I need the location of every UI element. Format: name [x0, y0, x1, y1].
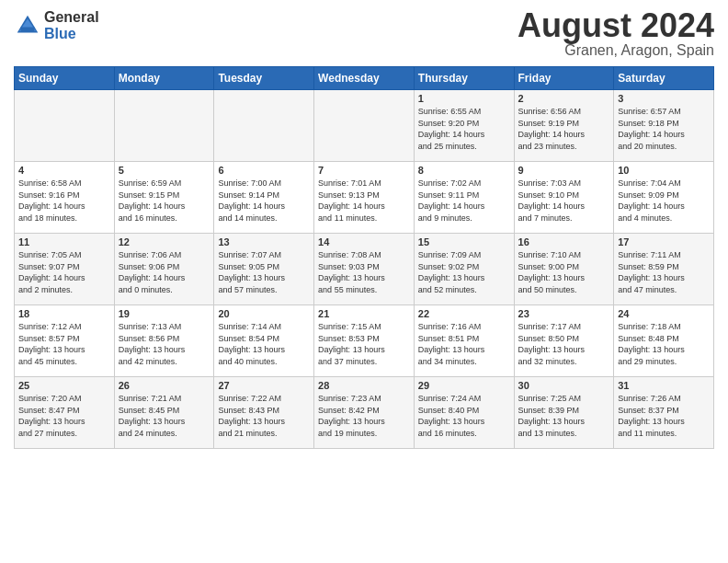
- day-info: Sunrise: 7:21 AM Sunset: 8:45 PM Dayligh…: [119, 393, 210, 439]
- week-row-1: 1Sunrise: 6:55 AM Sunset: 9:20 PM Daylig…: [15, 90, 714, 162]
- col-thursday: Thursday: [414, 67, 514, 90]
- cell-3-5: 23Sunrise: 7:17 AM Sunset: 8:50 PM Dayli…: [514, 305, 614, 377]
- logo-general: General: [44, 9, 99, 26]
- day-info: Sunrise: 7:11 AM Sunset: 8:59 PM Dayligh…: [618, 249, 710, 295]
- col-friday: Friday: [514, 67, 614, 90]
- day-info: Sunrise: 7:04 AM Sunset: 9:09 PM Dayligh…: [618, 178, 710, 224]
- week-row-2: 4Sunrise: 6:58 AM Sunset: 9:16 PM Daylig…: [15, 162, 714, 234]
- cell-2-4: 15Sunrise: 7:09 AM Sunset: 9:02 PM Dayli…: [414, 234, 514, 305]
- day-number: 4: [18, 165, 110, 176]
- day-info: Sunrise: 7:07 AM Sunset: 9:05 PM Dayligh…: [218, 249, 310, 295]
- day-number: 8: [418, 165, 510, 176]
- day-number: 12: [119, 236, 210, 247]
- day-number: 1: [418, 93, 510, 104]
- day-number: 17: [618, 236, 710, 247]
- header: General Blue August 2024 Granen, Aragon,…: [14, 9, 714, 59]
- cell-0-4: 1Sunrise: 6:55 AM Sunset: 9:20 PM Daylig…: [414, 90, 514, 162]
- day-number: 3: [618, 93, 710, 104]
- day-info: Sunrise: 7:03 AM Sunset: 9:10 PM Dayligh…: [518, 178, 610, 224]
- cell-1-4: 8Sunrise: 7:02 AM Sunset: 9:11 PM Daylig…: [414, 162, 514, 234]
- month-title: August 2024: [518, 9, 714, 42]
- col-monday: Monday: [114, 67, 214, 90]
- day-number: 10: [618, 165, 710, 176]
- cell-1-6: 10Sunrise: 7:04 AM Sunset: 9:09 PM Dayli…: [614, 162, 714, 234]
- cell-1-0: 4Sunrise: 6:58 AM Sunset: 9:16 PM Daylig…: [15, 162, 115, 234]
- day-number: 24: [618, 308, 710, 319]
- day-info: Sunrise: 6:58 AM Sunset: 9:16 PM Dayligh…: [18, 178, 110, 224]
- day-info: Sunrise: 7:13 AM Sunset: 8:56 PM Dayligh…: [119, 321, 210, 367]
- cell-1-5: 9Sunrise: 7:03 AM Sunset: 9:10 PM Daylig…: [514, 162, 614, 234]
- day-number: 27: [218, 380, 310, 391]
- cell-0-5: 2Sunrise: 6:56 AM Sunset: 9:19 PM Daylig…: [514, 90, 614, 162]
- day-info: Sunrise: 7:15 AM Sunset: 8:53 PM Dayligh…: [318, 321, 410, 367]
- cell-3-3: 21Sunrise: 7:15 AM Sunset: 8:53 PM Dayli…: [314, 305, 415, 377]
- cell-0-0: [15, 90, 115, 162]
- cell-2-3: 14Sunrise: 7:08 AM Sunset: 9:03 PM Dayli…: [314, 234, 415, 305]
- day-info: Sunrise: 7:23 AM Sunset: 8:42 PM Dayligh…: [318, 393, 410, 439]
- day-number: 28: [318, 380, 410, 391]
- week-row-3: 11Sunrise: 7:05 AM Sunset: 9:07 PM Dayli…: [15, 234, 714, 305]
- day-info: Sunrise: 7:16 AM Sunset: 8:51 PM Dayligh…: [418, 321, 510, 367]
- day-number: 5: [119, 165, 210, 176]
- location: Granen, Aragon, Spain: [518, 42, 714, 59]
- cell-2-1: 12Sunrise: 7:06 AM Sunset: 9:06 PM Dayli…: [114, 234, 214, 305]
- day-number: 9: [518, 165, 610, 176]
- cell-4-0: 25Sunrise: 7:20 AM Sunset: 8:47 PM Dayli…: [15, 377, 115, 449]
- day-info: Sunrise: 7:14 AM Sunset: 8:54 PM Dayligh…: [218, 321, 310, 367]
- day-info: Sunrise: 7:18 AM Sunset: 8:48 PM Dayligh…: [618, 321, 710, 367]
- cell-1-1: 5Sunrise: 6:59 AM Sunset: 9:15 PM Daylig…: [114, 162, 214, 234]
- cell-3-6: 24Sunrise: 7:18 AM Sunset: 8:48 PM Dayli…: [614, 305, 714, 377]
- day-number: 18: [18, 308, 110, 319]
- cell-4-3: 28Sunrise: 7:23 AM Sunset: 8:42 PM Dayli…: [314, 377, 415, 449]
- day-number: 13: [218, 236, 310, 247]
- svg-rect-2: [21, 27, 35, 31]
- calendar-table: Sunday Monday Tuesday Wednesday Thursday…: [14, 66, 714, 449]
- day-info: Sunrise: 7:01 AM Sunset: 9:13 PM Dayligh…: [318, 178, 410, 224]
- cell-2-5: 16Sunrise: 7:10 AM Sunset: 9:00 PM Dayli…: [514, 234, 614, 305]
- day-info: Sunrise: 7:20 AM Sunset: 8:47 PM Dayligh…: [18, 393, 110, 439]
- day-info: Sunrise: 7:05 AM Sunset: 9:07 PM Dayligh…: [18, 249, 110, 295]
- week-row-5: 25Sunrise: 7:20 AM Sunset: 8:47 PM Dayli…: [15, 377, 714, 449]
- cell-3-0: 18Sunrise: 7:12 AM Sunset: 8:57 PM Dayli…: [15, 305, 115, 377]
- day-info: Sunrise: 7:12 AM Sunset: 8:57 PM Dayligh…: [18, 321, 110, 367]
- col-saturday: Saturday: [614, 67, 714, 90]
- cell-4-4: 29Sunrise: 7:24 AM Sunset: 8:40 PM Dayli…: [414, 377, 514, 449]
- page-container: General Blue August 2024 Granen, Aragon,…: [0, 0, 728, 454]
- day-number: 29: [418, 380, 510, 391]
- cell-2-6: 17Sunrise: 7:11 AM Sunset: 8:59 PM Dayli…: [614, 234, 714, 305]
- day-number: 7: [318, 165, 410, 176]
- cell-4-5: 30Sunrise: 7:25 AM Sunset: 8:39 PM Dayli…: [514, 377, 614, 449]
- cell-4-1: 26Sunrise: 7:21 AM Sunset: 8:45 PM Dayli…: [114, 377, 214, 449]
- day-info: Sunrise: 6:59 AM Sunset: 9:15 PM Dayligh…: [119, 178, 210, 224]
- cell-2-0: 11Sunrise: 7:05 AM Sunset: 9:07 PM Dayli…: [15, 234, 115, 305]
- day-info: Sunrise: 7:02 AM Sunset: 9:11 PM Dayligh…: [418, 178, 510, 224]
- day-info: Sunrise: 6:57 AM Sunset: 9:18 PM Dayligh…: [618, 106, 710, 152]
- header-row: Sunday Monday Tuesday Wednesday Thursday…: [15, 67, 714, 90]
- logo-blue: Blue: [44, 26, 99, 42]
- day-number: 30: [518, 380, 610, 391]
- cell-3-2: 20Sunrise: 7:14 AM Sunset: 8:54 PM Dayli…: [214, 305, 314, 377]
- day-number: 19: [119, 308, 210, 319]
- day-number: 23: [518, 308, 610, 319]
- cell-4-2: 27Sunrise: 7:22 AM Sunset: 8:43 PM Dayli…: [214, 377, 314, 449]
- day-info: Sunrise: 7:17 AM Sunset: 8:50 PM Dayligh…: [518, 321, 610, 367]
- day-number: 26: [119, 380, 210, 391]
- cell-4-6: 31Sunrise: 7:26 AM Sunset: 8:37 PM Dayli…: [614, 377, 714, 449]
- day-number: 6: [218, 165, 310, 176]
- day-info: Sunrise: 7:09 AM Sunset: 9:02 PM Dayligh…: [418, 249, 510, 295]
- day-info: Sunrise: 7:24 AM Sunset: 8:40 PM Dayligh…: [418, 393, 510, 439]
- day-number: 11: [18, 236, 110, 247]
- week-row-4: 18Sunrise: 7:12 AM Sunset: 8:57 PM Dayli…: [15, 305, 714, 377]
- day-number: 2: [518, 93, 610, 104]
- day-info: Sunrise: 7:22 AM Sunset: 8:43 PM Dayligh…: [218, 393, 310, 439]
- cell-0-6: 3Sunrise: 6:57 AM Sunset: 9:18 PM Daylig…: [614, 90, 714, 162]
- title-block: August 2024 Granen, Aragon, Spain: [518, 9, 714, 59]
- day-number: 22: [418, 308, 510, 319]
- cell-1-3: 7Sunrise: 7:01 AM Sunset: 9:13 PM Daylig…: [314, 162, 415, 234]
- col-sunday: Sunday: [15, 67, 115, 90]
- col-tuesday: Tuesday: [214, 67, 314, 90]
- day-info: Sunrise: 6:56 AM Sunset: 9:19 PM Dayligh…: [518, 106, 610, 152]
- cell-1-2: 6Sunrise: 7:00 AM Sunset: 9:14 PM Daylig…: [214, 162, 314, 234]
- logo-icon: [14, 12, 41, 40]
- day-number: 25: [18, 380, 110, 391]
